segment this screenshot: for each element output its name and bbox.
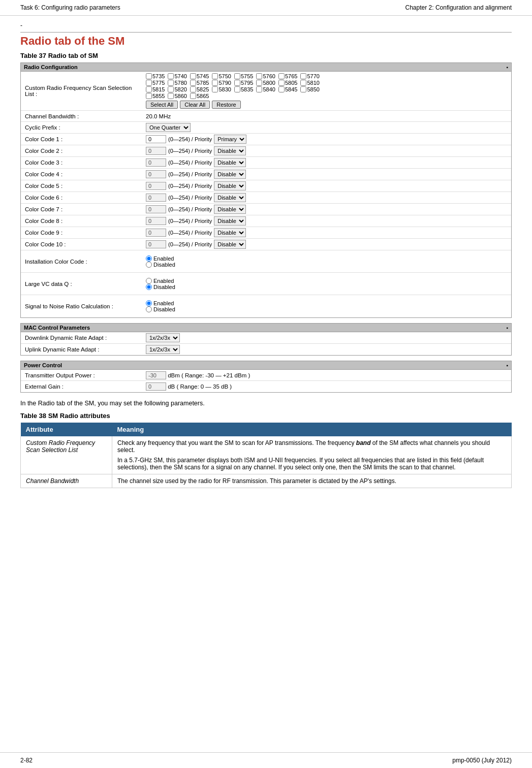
color-code-9-priority-select[interactable]: Disable — [214, 228, 246, 237]
freq-5855[interactable]: 5855 — [146, 93, 165, 99]
freq-5750[interactable]: 5750 — [212, 73, 231, 79]
restore-button[interactable]: Restore — [212, 101, 241, 109]
freq-5795-checkbox[interactable] — [234, 80, 240, 86]
color-code-1-input[interactable] — [146, 135, 166, 143]
color-code-8-input[interactable] — [146, 217, 166, 225]
freq-5815-checkbox[interactable] — [146, 86, 152, 92]
freq-5820-checkbox[interactable] — [168, 86, 174, 92]
cyclic-prefix-select[interactable]: One Quarter — [146, 123, 191, 132]
freq-5850[interactable]: 5850 — [300, 86, 319, 92]
freq-5740[interactable]: 5740 — [168, 73, 186, 79]
color-code-9-input[interactable] — [146, 229, 166, 237]
downlink-select[interactable]: 1x/2x/3x — [146, 333, 180, 342]
freq-5860[interactable]: 5860 — [168, 93, 186, 99]
freq-5845-checkbox[interactable] — [278, 86, 285, 92]
freq-5790[interactable]: 5790 — [212, 80, 231, 86]
snr-calc-disabled-radio[interactable] — [146, 306, 152, 312]
clear-all-button[interactable]: Clear All — [180, 101, 210, 109]
freq-5780[interactable]: 5780 — [168, 80, 186, 86]
freq-5755[interactable]: 5755 — [234, 73, 253, 79]
freq-5735-checkbox[interactable] — [146, 73, 152, 79]
freq-5755-checkbox[interactable] — [234, 73, 240, 79]
freq-5750-checkbox[interactable] — [212, 73, 218, 79]
color-code-1-priority-select[interactable]: Primary — [214, 135, 246, 144]
large-vc-disabled-radio[interactable] — [146, 284, 152, 290]
freq-5765[interactable]: 5765 — [278, 73, 297, 79]
freq-5860-checkbox[interactable] — [168, 93, 174, 99]
uplink-select[interactable]: 1x/2x/3x — [146, 345, 180, 354]
freq-5760[interactable]: 5760 — [256, 73, 275, 79]
freq-5775-checkbox[interactable] — [146, 80, 152, 86]
freq-5830-checkbox[interactable] — [212, 86, 218, 92]
freq-5865[interactable]: 5865 — [190, 93, 209, 99]
color-code-6-input[interactable] — [146, 194, 166, 202]
freq-5835-checkbox[interactable] — [234, 86, 240, 92]
freq-5790-checkbox[interactable] — [212, 80, 218, 86]
installation-color-disabled-radio[interactable] — [146, 262, 152, 268]
freq-5810-checkbox[interactable] — [300, 80, 306, 86]
snr-calc-enabled[interactable]: Enabled — [146, 300, 508, 306]
freq-5740-checkbox[interactable] — [168, 73, 174, 79]
color-code-8-label: Color Code 8 : — [21, 216, 143, 226]
color-code-5-value: (0—254) / Priority Disable — [143, 180, 511, 191]
large-vc-enabled[interactable]: Enabled — [146, 278, 508, 284]
freq-5735[interactable]: 5735 — [146, 73, 165, 79]
transmitter-input[interactable] — [146, 371, 166, 379]
color-code-3-priority-select[interactable]: Disable — [214, 158, 246, 167]
large-vc-enabled-radio[interactable] — [146, 278, 152, 284]
large-vc-disabled[interactable]: Disabled — [146, 284, 508, 290]
freq-5835[interactable]: 5835 — [234, 86, 253, 92]
color-code-5-priority-select[interactable]: Disable — [214, 181, 246, 190]
freq-5745-checkbox[interactable] — [190, 73, 196, 79]
freq-5775[interactable]: 5775 — [146, 80, 165, 86]
snr-calc-enabled-radio[interactable] — [146, 300, 152, 306]
color-code-8-priority-select[interactable]: Disable — [214, 216, 246, 226]
color-code-7-input[interactable] — [146, 205, 166, 213]
freq-5795[interactable]: 5795 — [234, 80, 253, 86]
freq-5800[interactable]: 5800 — [256, 80, 275, 86]
color-code-8-content: (0—254) / Priority Disable — [146, 216, 508, 226]
select-all-button[interactable]: Select All — [146, 101, 178, 109]
color-code-10-priority-select[interactable]: Disable — [214, 240, 246, 249]
snr-calc-disabled[interactable]: Disabled — [146, 306, 508, 312]
freq-5855-checkbox[interactable] — [146, 93, 152, 99]
installation-color-enabled[interactable]: Enabled — [146, 255, 508, 262]
freq-5865-checkbox[interactable] — [190, 93, 196, 99]
freq-5780-checkbox[interactable] — [168, 80, 174, 86]
external-gain-input[interactable] — [146, 382, 166, 391]
color-code-6-priority-select[interactable]: Disable — [214, 193, 246, 202]
attr-col-attribute: Attribute — [21, 423, 112, 436]
freq-5830[interactable]: 5830 — [212, 86, 231, 92]
freq-5840-checkbox[interactable] — [256, 86, 262, 92]
freq-5825-checkbox[interactable] — [190, 86, 196, 92]
freq-5745[interactable]: 5745 — [190, 73, 209, 79]
freq-5850-checkbox[interactable] — [300, 86, 306, 92]
color-code-3-input[interactable] — [146, 158, 166, 167]
freq-5840[interactable]: 5840 — [256, 86, 275, 92]
color-code-4-input[interactable] — [146, 170, 166, 178]
freq-5815[interactable]: 5815 — [146, 86, 165, 92]
installation-color-disabled[interactable]: Disabled — [146, 262, 508, 268]
color-code-2-priority-select[interactable]: Disable — [214, 146, 246, 155]
freq-5825[interactable]: 5825 — [190, 86, 209, 92]
freq-5820[interactable]: 5820 — [168, 86, 186, 92]
freq-5770[interactable]: 5770 — [300, 73, 319, 79]
color-code-5-input[interactable] — [146, 182, 166, 190]
freq-5810[interactable]: 5810 — [300, 80, 319, 86]
freq-5760-checkbox[interactable] — [256, 73, 262, 79]
freq-5805[interactable]: 5805 — [278, 80, 297, 86]
freq-5805-checkbox[interactable] — [278, 80, 285, 86]
color-code-4-priority-select[interactable]: Disable — [214, 170, 246, 179]
large-vc-data-q-value: Enabled Disabled — [143, 277, 511, 291]
color-code-7-row: Color Code 7 : (0—254) / Priority Disabl… — [21, 204, 511, 215]
freq-5800-checkbox[interactable] — [256, 80, 262, 86]
installation-color-enabled-radio[interactable] — [146, 255, 152, 262]
color-code-2-input[interactable] — [146, 147, 166, 155]
color-code-7-priority-select[interactable]: Disable — [214, 205, 246, 214]
freq-5845[interactable]: 5845 — [278, 86, 297, 92]
freq-5770-checkbox[interactable] — [300, 73, 306, 79]
freq-5785-checkbox[interactable] — [190, 80, 196, 86]
color-code-10-input[interactable] — [146, 240, 166, 248]
freq-5765-checkbox[interactable] — [278, 73, 285, 79]
freq-5785[interactable]: 5785 — [190, 80, 209, 86]
